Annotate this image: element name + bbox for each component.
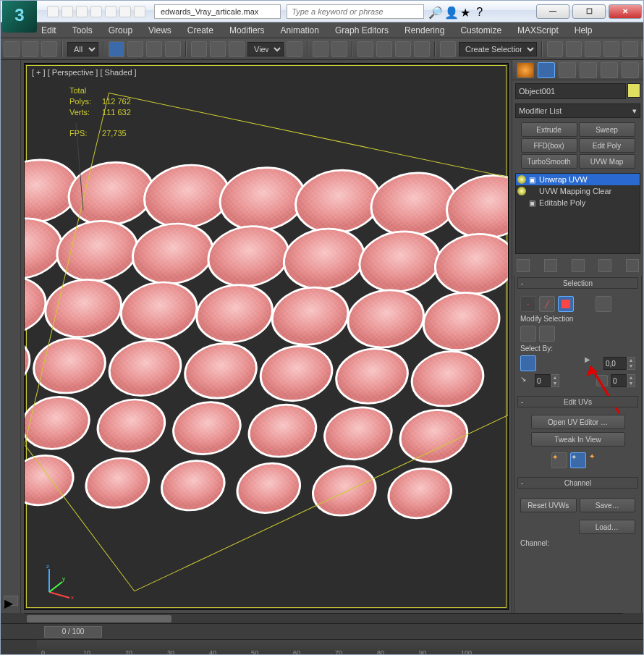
hierarchy-tab-icon[interactable] (559, 62, 576, 78)
show-end-icon[interactable] (544, 259, 557, 272)
mirror-icon[interactable] (547, 41, 563, 57)
selection-filter-select[interactable]: All (67, 42, 98, 56)
motion-tab-icon[interactable] (580, 62, 597, 78)
menu-maxscript[interactable]: MAXScript (517, 25, 559, 35)
face-subobj-icon[interactable] (558, 296, 574, 312)
loop-icon[interactable] (596, 375, 608, 386)
help-icon[interactable]: ? (476, 6, 488, 17)
stack-item-uvwclear[interactable]: UVW Mapping Clear (516, 185, 640, 197)
menu-group[interactable]: Group (109, 25, 132, 35)
ref-coord-select[interactable]: View (247, 42, 284, 56)
quickmap-1-icon[interactable]: ✦ (551, 452, 567, 468)
percent-snap-icon[interactable] (395, 41, 411, 57)
scale-icon[interactable] (229, 41, 245, 57)
modifier-list-dropdown[interactable]: Modifier List▾ (515, 103, 640, 118)
mod-btn-editpoly[interactable]: Edit Poly (579, 138, 635, 153)
favorite-icon[interactable]: ★ (460, 6, 472, 17)
edge-subobj-icon[interactable]: ╱ (539, 296, 555, 312)
tweak-in-view-button[interactable]: Tweak In View (531, 432, 625, 447)
menu-views[interactable]: Views (148, 25, 171, 35)
bind-icon[interactable] (41, 41, 57, 57)
close-button[interactable]: ✕ (609, 4, 642, 19)
mod-btn-ffd[interactable]: FFD(box) (521, 138, 577, 153)
stack-item-unwrap[interactable]: ▣Unwrap UVW (516, 174, 640, 185)
rotate-icon[interactable] (210, 41, 226, 57)
minimize-button[interactable]: — (536, 4, 569, 19)
rollout-header-edituvs[interactable]: Edit UVs (517, 396, 638, 407)
time-slider-bar[interactable]: 0 / 100 (1, 623, 643, 639)
spinner-3[interactable]: ▲▼ (611, 374, 635, 387)
display-tab-icon[interactable] (601, 62, 618, 78)
mod-btn-turbosmooth[interactable]: TurboSmooth (521, 154, 577, 169)
select-rect-icon[interactable] (146, 41, 162, 57)
help-search-input[interactable] (287, 4, 424, 19)
link-icon[interactable] (119, 6, 131, 17)
element-subobj-icon[interactable] (596, 296, 611, 312)
save-uvws-button[interactable]: Save… (580, 498, 636, 512)
open-icon[interactable] (62, 6, 73, 17)
ring-icon[interactable]: ↘ (520, 375, 532, 386)
manip-icon[interactable] (313, 41, 329, 57)
window-crossing-icon[interactable] (165, 41, 181, 57)
menu-customize[interactable]: Customize (460, 25, 501, 35)
unique-icon[interactable] (572, 259, 585, 272)
keymode-icon[interactable] (331, 41, 347, 57)
curve-editor-icon[interactable] (603, 41, 619, 57)
redo-icon[interactable] (105, 6, 116, 17)
utilities-tab-icon[interactable] (622, 62, 639, 78)
menu-edit[interactable]: Edit (41, 25, 56, 35)
grow-icon[interactable] (520, 326, 536, 342)
mesh-object[interactable] (24, 151, 509, 556)
menu-grapheditors[interactable]: Graph Editors (335, 25, 389, 35)
shrink-icon[interactable] (539, 326, 555, 342)
undo-icon[interactable] (90, 6, 102, 17)
new-icon[interactable] (47, 6, 59, 17)
track-bar[interactable]: 0102030405060708090100 (1, 639, 643, 655)
menu-tools[interactable]: Tools (72, 25, 93, 35)
named-selection-select[interactable]: Create Selection Se (459, 42, 537, 56)
pin-stack-icon[interactable] (517, 259, 530, 272)
create-tab-icon[interactable] (517, 62, 534, 78)
rollout-header-channel[interactable]: Channel (517, 477, 638, 489)
bulb-icon[interactable] (517, 175, 526, 184)
quickmap-3-icon[interactable]: ✦ (589, 452, 605, 468)
selectby-1-icon[interactable] (520, 355, 536, 371)
layers-icon[interactable] (585, 41, 601, 57)
modifier-stack[interactable]: ▣Unwrap UVW UVW Mapping Clear ▣Editable … (515, 173, 640, 254)
pivot-icon[interactable] (287, 41, 302, 57)
mod-btn-extrude[interactable]: Extrude (521, 122, 577, 137)
mod-btn-uvwmap[interactable]: UVW Map (579, 154, 635, 169)
app-icon[interactable]: 3 (2, 0, 37, 33)
left-rail-btn[interactable]: ▶ (4, 596, 18, 606)
object-color-swatch[interactable] (627, 83, 640, 98)
selectby-2-icon[interactable] (539, 355, 555, 371)
align-icon[interactable] (566, 41, 582, 57)
object-name-input[interactable] (515, 83, 626, 99)
more-icon[interactable] (134, 6, 145, 17)
spinner-snap-icon[interactable] (414, 41, 430, 57)
modify-tab-icon[interactable] (538, 62, 555, 78)
spinner-2[interactable]: ▲▼ (535, 374, 559, 387)
menu-create[interactable]: Create (187, 25, 213, 35)
move-icon[interactable] (191, 41, 207, 57)
bulb-icon[interactable] (517, 187, 526, 195)
select-object-icon[interactable] (109, 41, 124, 57)
configure-icon[interactable] (626, 259, 639, 272)
material-editor-icon[interactable] (641, 41, 644, 57)
schematic-icon[interactable] (622, 41, 638, 57)
selectby-3-icon[interactable]: ▶ (585, 355, 601, 371)
unlink-icon[interactable] (22, 41, 38, 57)
menu-help[interactable]: Help (575, 25, 593, 35)
stack-item-editablepoly[interactable]: ▣Editable Poly (516, 197, 640, 208)
menu-rendering[interactable]: Rendering (404, 25, 444, 35)
menu-modifiers[interactable]: Modifiers (229, 25, 265, 35)
save-icon[interactable] (76, 6, 88, 17)
viewport-scrollbar-h[interactable] (24, 613, 623, 623)
vertex-subobj-icon[interactable]: · (520, 296, 536, 312)
selectby-spinner[interactable]: ▲▼ (603, 357, 635, 370)
open-uv-editor-button[interactable]: Open UV Editor … (531, 415, 625, 429)
reset-uvws-button[interactable]: Reset UVWs (520, 498, 577, 512)
viewport[interactable]: [ + ] [ Perspective ] [ Shaded ] Total P… (24, 63, 509, 610)
select-name-icon[interactable] (127, 41, 143, 57)
named-sel-icon[interactable] (440, 41, 456, 57)
